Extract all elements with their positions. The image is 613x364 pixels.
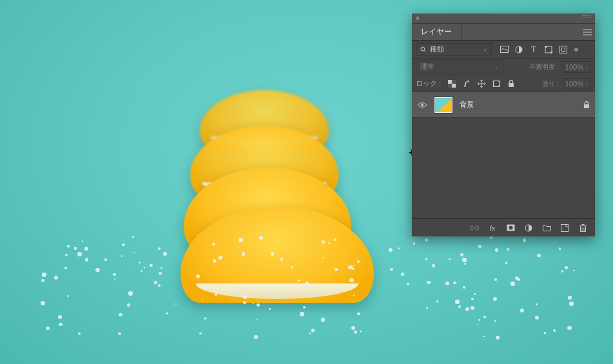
fill-label: 塗り : [542, 79, 559, 88]
svg-rect-15 [448, 80, 452, 84]
panel-footer: fx [412, 218, 595, 236]
svg-rect-14 [562, 48, 565, 51]
layers-panel: × レイヤー 種類 ⌄ T 通常 ⌄ 不透明度 : 10 [412, 14, 595, 236]
group-icon[interactable] [542, 224, 551, 233]
filter-type-label: 種類 [430, 44, 444, 54]
lock-all-icon[interactable] [507, 79, 516, 88]
fill-input[interactable]: 100% ⌄ [563, 78, 591, 90]
svg-rect-16 [452, 84, 456, 88]
visibility-toggle-icon[interactable] [417, 100, 427, 110]
blend-mode-row: 通常 ⌄ 不透明度 : 100% ⌄ [412, 59, 595, 75]
chevron-down-icon: ⌄ [585, 64, 589, 70]
svg-rect-17 [452, 80, 456, 84]
fill-value: 100% [565, 80, 583, 88]
filter-type-select[interactable]: 種類 ⌄ [416, 43, 492, 56]
lock-artboard-icon[interactable] [492, 79, 501, 88]
mask-icon[interactable] [506, 224, 515, 233]
svg-line-7 [425, 50, 427, 52]
smart-filter-icon[interactable] [559, 45, 568, 54]
collapse-icon[interactable] [582, 15, 591, 22]
svg-rect-26 [509, 83, 514, 87]
blend-mode-label: 通常 [420, 62, 434, 72]
chevron-down-icon: ⌄ [483, 46, 487, 52]
blend-mode-select[interactable]: 通常 ⌄ [416, 61, 503, 73]
lock-icon[interactable] [583, 101, 590, 109]
delete-icon[interactable] [578, 224, 587, 233]
chevron-down-icon: ⌄ [585, 81, 589, 86]
new-layer-icon[interactable] [560, 224, 569, 233]
lock-label: ロック : [416, 79, 441, 88]
svg-rect-12 [550, 52, 552, 53]
layer-filter-row: 種類 ⌄ T [412, 41, 595, 59]
svg-rect-11 [545, 46, 547, 48]
opacity-value: 100% [565, 63, 583, 71]
lock-position-icon[interactable] [477, 79, 486, 88]
svg-rect-32 [561, 224, 569, 231]
shape-filter-icon[interactable] [544, 45, 553, 54]
panel-menu-icon[interactable] [579, 24, 595, 40]
layers-list: 背景 [412, 92, 595, 218]
fx-icon[interactable]: fx [488, 224, 497, 233]
image-filter-icon[interactable] [500, 45, 509, 54]
adjustment-icon[interactable] [524, 224, 533, 233]
svg-rect-33 [580, 225, 585, 231]
panel-tabbar: レイヤー [412, 24, 595, 41]
tab-layers[interactable]: レイヤー [412, 24, 462, 40]
svg-point-27 [421, 104, 423, 106]
opacity-label: 不透明度 : [529, 62, 559, 72]
svg-point-30 [509, 226, 512, 230]
layer-row[interactable]: 背景 [412, 92, 595, 118]
filter-toggle-icon[interactable] [574, 48, 578, 52]
svg-point-6 [421, 47, 425, 51]
chevron-down-icon: ⌄ [494, 64, 499, 70]
layer-name[interactable]: 背景 [460, 100, 577, 110]
lock-transparent-icon[interactable] [447, 79, 456, 88]
svg-rect-28 [584, 104, 589, 108]
svg-rect-18 [448, 84, 452, 88]
canvas-content [180, 90, 387, 277]
panel-titlebar[interactable]: × [412, 14, 595, 24]
lock-row: ロック : 塗り : 100% ⌄ [412, 75, 595, 92]
link-icon[interactable] [470, 224, 479, 233]
close-icon[interactable]: × [416, 15, 422, 22]
lock-image-icon[interactable] [462, 79, 471, 88]
type-filter-icon[interactable]: T [529, 45, 538, 54]
opacity-input[interactable]: 100% ⌄ [563, 61, 591, 73]
adjustment-filter-icon[interactable] [514, 45, 523, 54]
search-icon [420, 46, 427, 53]
layer-thumbnail[interactable] [434, 97, 453, 113]
svg-rect-13 [560, 46, 567, 53]
